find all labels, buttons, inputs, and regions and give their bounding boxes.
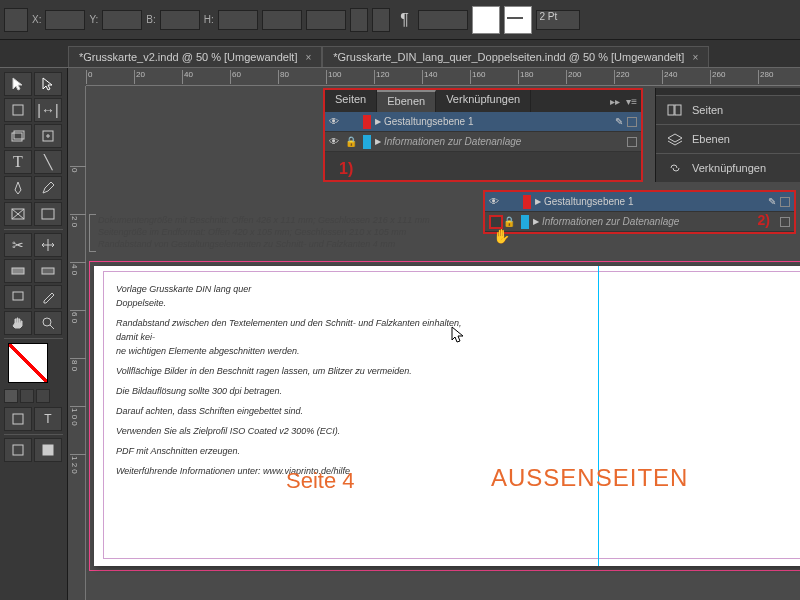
- w-field[interactable]: [160, 10, 200, 30]
- svg-rect-7: [42, 268, 54, 274]
- fill-stroke-swatch[interactable]: [8, 343, 48, 383]
- dock-links[interactable]: Verknüpfungen: [656, 154, 800, 182]
- vertical-ruler[interactable]: 02 04 06 08 01 0 01 2 0: [68, 86, 86, 600]
- layer-row[interactable]: 🔒 ▶ Informationen zur Datenanlage: [485, 212, 794, 232]
- svg-rect-10: [13, 414, 23, 424]
- svg-rect-14: [675, 105, 681, 115]
- fold-guide: [598, 266, 599, 566]
- flip-v-icon[interactable]: [372, 8, 390, 32]
- tab-pages[interactable]: Seiten: [325, 90, 377, 112]
- rectangle-tool[interactable]: [34, 202, 62, 226]
- tab-layers[interactable]: Ebenen: [377, 90, 436, 112]
- visibility-icon[interactable]: 👁: [329, 116, 345, 127]
- disclosure-icon[interactable]: ▶: [375, 117, 381, 126]
- content-collector-tool[interactable]: [4, 124, 32, 148]
- gradient-swatch-tool[interactable]: [4, 259, 32, 283]
- apply-gradient-icon[interactable]: [20, 389, 34, 403]
- paragraph-style-field[interactable]: [418, 10, 468, 30]
- visibility-icon[interactable]: 👁: [489, 196, 505, 207]
- scissors-tool[interactable]: ✂: [4, 233, 32, 257]
- apply-none-icon[interactable]: [36, 389, 50, 403]
- select-square-icon[interactable]: [780, 197, 790, 207]
- layer-row[interactable]: 👁 🔒 ▶ Informationen zur Datenanlage: [325, 132, 641, 152]
- close-icon[interactable]: ×: [692, 52, 698, 63]
- disclosure-icon[interactable]: ▶: [535, 197, 541, 206]
- dock-grip[interactable]: [656, 88, 800, 96]
- disclosure-icon[interactable]: ▶: [533, 217, 539, 226]
- visibility-icon[interactable]: 👁: [329, 136, 345, 147]
- zoom-tool[interactable]: [34, 311, 62, 335]
- template-text[interactable]: Vorlage Grusskarte DIN lang querDoppelse…: [116, 282, 466, 484]
- panel-collapse-icon[interactable]: ▸▸: [610, 96, 620, 107]
- apply-color-icon[interactable]: [4, 389, 18, 403]
- layer-name[interactable]: Gestaltungsebene 1: [544, 196, 768, 207]
- doc-tab-1[interactable]: *Grusskarte_v2.indd @ 50 % [Umgewandelt]…: [68, 46, 322, 67]
- fill-swatch[interactable]: [472, 6, 500, 34]
- selection-tool[interactable]: [4, 72, 32, 96]
- pen-target-icon[interactable]: ✎: [768, 196, 776, 207]
- callout-text: Dokumentengröße mit Beschnitt: Offen 426…: [98, 214, 458, 250]
- select-square-icon[interactable]: [780, 217, 790, 227]
- paragraph-style-icon[interactable]: ¶: [400, 11, 409, 29]
- reference-point-icon[interactable]: [4, 8, 28, 32]
- stroke-weight-field[interactable]: 2 Pt: [536, 10, 580, 30]
- layer-name[interactable]: Gestaltungsebene 1: [384, 116, 615, 127]
- gradient-feather-tool[interactable]: [34, 259, 62, 283]
- select-square-icon[interactable]: [627, 137, 637, 147]
- w-label: B:: [146, 14, 155, 25]
- dock-layers[interactable]: Ebenen: [656, 125, 800, 153]
- x-field[interactable]: [45, 10, 85, 30]
- svg-rect-5: [42, 209, 54, 219]
- content-placer-tool[interactable]: [34, 124, 62, 148]
- formatting-text-icon[interactable]: T: [34, 407, 62, 431]
- lock-icon[interactable]: 🔒: [345, 136, 359, 147]
- line-tool[interactable]: ╲: [34, 150, 62, 174]
- layer-name[interactable]: Informationen zur Datenanlage: [384, 136, 627, 147]
- close-icon[interactable]: ×: [305, 52, 311, 63]
- pencil-tool[interactable]: [34, 176, 62, 200]
- dock-pages[interactable]: Seiten: [656, 96, 800, 124]
- layer-name[interactable]: Informationen zur Datenanlage: [542, 216, 780, 227]
- formatting-container-icon[interactable]: [4, 407, 32, 431]
- shear-field[interactable]: [306, 10, 346, 30]
- svg-rect-6: [12, 268, 24, 274]
- x-label: X:: [32, 14, 41, 25]
- direct-selection-tool[interactable]: [34, 72, 62, 96]
- annotation-1: 1): [339, 160, 353, 178]
- pen-tool[interactable]: [4, 176, 32, 200]
- layer-row[interactable]: 👁 ▶ Gestaltungsebene 1 ✎: [485, 192, 794, 212]
- layers-icon: [666, 132, 684, 146]
- doc-tab-2[interactable]: *Grusskarte_DIN_lang_quer_Doppelseiten.i…: [322, 46, 709, 67]
- lock-icon[interactable]: 🔒: [503, 216, 517, 227]
- layer-color-icon: [523, 195, 531, 209]
- hand-tool[interactable]: [4, 311, 32, 335]
- select-square-icon[interactable]: [627, 117, 637, 127]
- svg-rect-8: [13, 292, 23, 300]
- layer-row[interactable]: 👁 ▶ Gestaltungsebene 1 ✎: [325, 112, 641, 132]
- horizontal-ruler[interactable]: 020406080100120140160180200220240260280: [86, 68, 800, 86]
- annotation-2: 2): [758, 212, 770, 228]
- view-mode-normal[interactable]: [4, 438, 32, 462]
- flip-h-icon[interactable]: [350, 8, 368, 32]
- y-field[interactable]: [102, 10, 142, 30]
- disclosure-icon[interactable]: ▶: [375, 137, 381, 146]
- page-4-label: Seite 4: [286, 468, 355, 494]
- stroke-swatch[interactable]: [504, 6, 532, 34]
- eyedropper-tool[interactable]: [34, 285, 62, 309]
- hand-cursor-icon: ✋: [493, 228, 510, 244]
- pen-target-icon[interactable]: ✎: [615, 116, 623, 127]
- view-mode-preview[interactable]: [34, 438, 62, 462]
- transform-tool[interactable]: [34, 233, 62, 257]
- pages-icon: [666, 103, 684, 117]
- tab-links[interactable]: Verknüpfungen: [436, 90, 531, 112]
- gap-tool[interactable]: |↔|: [34, 98, 62, 122]
- h-field[interactable]: [218, 10, 258, 30]
- panel-menu-icon[interactable]: ▾≡: [626, 96, 637, 107]
- page-tool[interactable]: [4, 98, 32, 122]
- cursor-icon: [451, 326, 465, 344]
- type-tool[interactable]: T: [4, 150, 32, 174]
- rotate-field[interactable]: [262, 10, 302, 30]
- note-tool[interactable]: [4, 285, 32, 309]
- visibility-off-highlighted[interactable]: [489, 215, 503, 229]
- rectangle-frame-tool[interactable]: [4, 202, 32, 226]
